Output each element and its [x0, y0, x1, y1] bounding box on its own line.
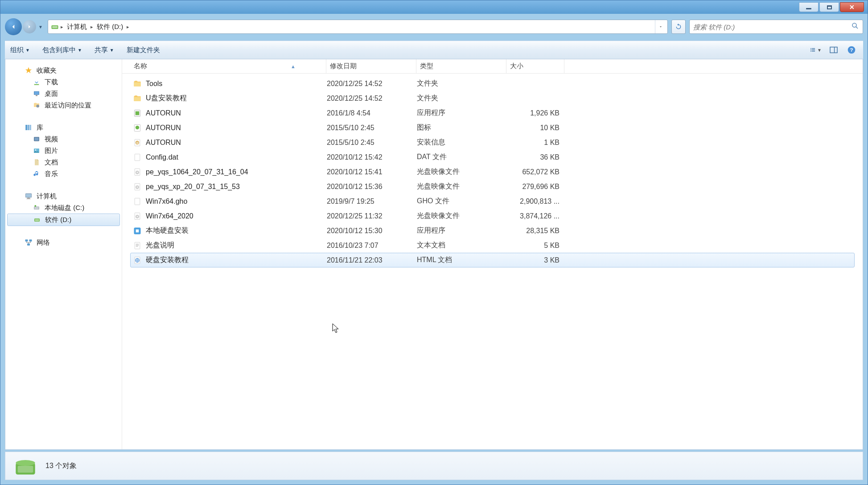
file-row[interactable]: pe_yqs_1064_20_07_31_16_042020/10/12 15:…	[130, 164, 855, 179]
search-icon[interactable]	[851, 22, 859, 32]
sidebar-videos[interactable]: 视频	[5, 133, 122, 145]
sidebar-downloads[interactable]: 下载	[5, 76, 122, 88]
file-name: U盘安装教程	[146, 94, 187, 103]
share-button[interactable]: 共享▼	[95, 46, 114, 54]
svg-rect-8	[810, 51, 811, 52]
column-size[interactable]: 大小	[506, 59, 564, 73]
file-row[interactable]: 本地硬盘安装2020/10/12 15:30应用程序28,315 KB	[130, 223, 855, 238]
svg-text:⚙: ⚙	[136, 141, 139, 144]
toolbar: 组织▼ 包含到库中▼ 共享▼ 新建文件夹 ▼ ?	[5, 41, 863, 59]
file-icon	[132, 94, 142, 103]
file-type: 光盘映像文件	[417, 182, 507, 191]
column-type[interactable]: 类型	[416, 59, 506, 73]
file-row[interactable]: Win7x64.gho2019/9/7 19:25GHO 文件2,900,813…	[130, 194, 855, 209]
svg-point-48	[137, 172, 138, 173]
sidebar-recent[interactable]: 最近访问的位置	[5, 99, 122, 111]
sidebar-label: 网络	[37, 238, 50, 247]
file-date: 2020/10/12 15:30	[327, 227, 417, 235]
file-row[interactable]: AUTORUN2016/1/8 4:54应用程序1,926 KB	[130, 106, 855, 120]
file-size: 652,072 KB	[507, 168, 565, 176]
file-type: 应用程序	[417, 108, 507, 118]
back-button[interactable]	[5, 18, 22, 35]
organize-button[interactable]: 组织▼	[10, 46, 30, 54]
svg-rect-9	[812, 51, 815, 52]
network-icon	[24, 238, 33, 247]
sidebar-label: 文档	[45, 158, 58, 167]
maximize-button[interactable]	[819, 2, 839, 12]
column-name[interactable]: 名称▲	[130, 59, 326, 73]
sidebar-desktop[interactable]: 桌面	[5, 88, 122, 99]
file-row[interactable]: 硬盘安装教程2016/11/21 22:03HTML 文档3 KB	[130, 253, 855, 267]
library-icon	[24, 123, 33, 132]
svg-rect-39	[136, 111, 139, 115]
minimize-button[interactable]	[799, 2, 819, 12]
file-size: 5 KB	[507, 242, 565, 250]
view-button[interactable]: ▼	[810, 44, 822, 56]
sidebar-label: 收藏夹	[37, 66, 57, 75]
breadcrumb-arrow-icon[interactable]: ▸	[90, 24, 94, 30]
sidebar-pictures[interactable]: 图片	[5, 145, 122, 156]
new-folder-button[interactable]: 新建文件夹	[127, 46, 160, 54]
svg-rect-45	[135, 154, 140, 160]
file-row[interactable]: Config.dat2020/10/12 15:42DAT 文件36 KB	[130, 150, 855, 164]
include-library-button[interactable]: 包含到库中▼	[42, 46, 82, 54]
file-rows: Tools2020/12/25 14:52文件夹U盘安装教程2020/12/25…	[122, 74, 863, 270]
svg-point-55	[137, 216, 138, 217]
sidebar-label: 软件 (D:)	[45, 216, 71, 224]
sidebar-music[interactable]: 音乐	[5, 168, 122, 180]
refresh-button[interactable]	[671, 20, 686, 34]
file-type: 文件夹	[417, 79, 507, 88]
file-row[interactable]: Win7x64_20202020/12/25 11:32光盘映像文件3,874,…	[130, 209, 855, 223]
breadcrumb-dropdown[interactable]	[655, 20, 666, 33]
file-name: AUTORUN	[146, 139, 181, 147]
file-icon	[132, 241, 142, 251]
file-icon	[132, 152, 142, 162]
svg-rect-28	[27, 198, 30, 199]
sidebar-libraries[interactable]: 库	[5, 122, 122, 133]
sidebar-drive-d[interactable]: 软件 (D:)	[7, 214, 120, 226]
breadcrumb-computer[interactable]: 计算机	[64, 23, 90, 31]
picture-icon	[32, 146, 41, 155]
sidebar-computer[interactable]: 计算机	[5, 190, 122, 202]
sidebar-label: 库	[37, 123, 43, 132]
preview-pane-button[interactable]	[827, 44, 840, 56]
breadcrumb-arrow-icon[interactable]: ▸	[60, 24, 64, 30]
nav-history-dropdown[interactable]: ▼	[37, 25, 44, 29]
file-size: 3,874,126 ...	[507, 212, 565, 220]
file-row[interactable]: U盘安装教程2020/12/25 14:52文件夹	[130, 91, 855, 106]
svg-rect-37	[27, 243, 30, 246]
file-name: Tools	[146, 80, 162, 88]
file-row[interactable]: 光盘说明2016/10/23 7:07文本文档5 KB	[130, 238, 855, 253]
sidebar-network[interactable]: 网络	[5, 237, 122, 248]
search-box[interactable]	[689, 20, 863, 34]
nav-row: ▼ ▸ 计算机 ▸ 软件 (D:) ▸	[5, 16, 863, 38]
breadcrumb-drive[interactable]: 软件 (D:)	[94, 23, 126, 31]
svg-rect-19	[25, 125, 27, 130]
download-icon	[32, 78, 41, 86]
sidebar-label: 下载	[45, 78, 58, 86]
svg-rect-52	[135, 198, 140, 205]
close-button[interactable]: ✕	[840, 2, 864, 12]
help-button[interactable]: ?	[845, 44, 858, 56]
file-size: 36 KB	[507, 153, 565, 161]
file-row[interactable]: AUTORUN2015/5/10 2:45图标10 KB	[130, 120, 855, 135]
file-row[interactable]: Tools2020/12/25 14:52文件夹	[130, 76, 855, 91]
breadcrumb-arrow-icon[interactable]: ▸	[126, 24, 130, 30]
file-type: HTML 文档	[417, 255, 507, 265]
file-date: 2020/10/12 15:41	[327, 168, 417, 176]
sidebar-documents[interactable]: 文档	[5, 156, 122, 168]
document-icon	[32, 158, 41, 167]
file-row[interactable]: pe_yqs_xp_20_07_31_15_532020/10/12 15:36…	[130, 179, 855, 194]
sidebar-drive-c[interactable]: 本地磁盘 (C:)	[5, 202, 122, 214]
file-row[interactable]: ⚙AUTORUN2015/5/10 2:45安装信息1 KB	[130, 135, 855, 150]
column-date[interactable]: 修改日期	[326, 59, 416, 73]
breadcrumb[interactable]: ▸ 计算机 ▸ 软件 (D:) ▸	[48, 20, 668, 34]
file-icon	[132, 79, 142, 89]
search-input[interactable]	[693, 23, 851, 31]
desktop-icon	[32, 89, 41, 98]
forward-button[interactable]	[23, 20, 36, 33]
sidebar-favorites[interactable]: 收藏夹	[5, 65, 122, 76]
svg-rect-5	[812, 48, 815, 49]
file-name: 硬盘安装教程	[146, 255, 189, 265]
file-date: 2015/5/10 2:45	[327, 139, 417, 147]
